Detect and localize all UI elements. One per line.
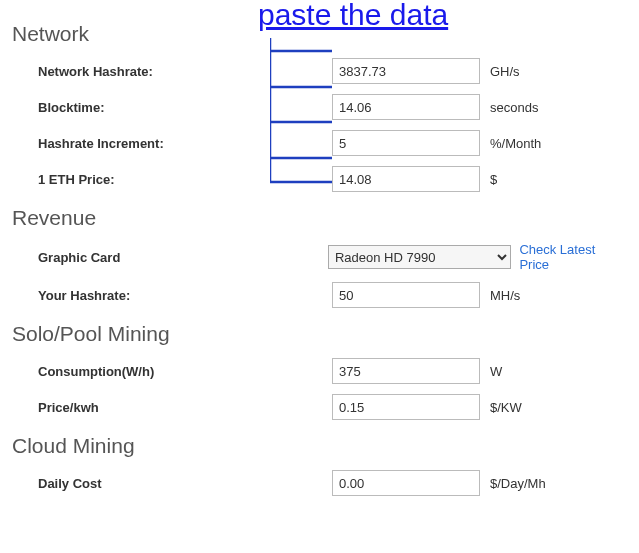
input-daily-cost[interactable] <box>332 470 480 496</box>
unit-eth-price: $ <box>490 172 497 187</box>
unit-network-hashrate: GH/s <box>490 64 520 79</box>
row-hashrate-increment: Hashrate Increment: %/Month <box>12 130 627 156</box>
input-consumption[interactable] <box>332 358 480 384</box>
label-hashrate-increment: Hashrate Increment: <box>12 136 332 151</box>
unit-daily-cost: $/Day/Mh <box>490 476 546 491</box>
select-graphic-card[interactable]: Radeon HD 7990 <box>328 245 512 269</box>
input-blocktime[interactable] <box>332 94 480 120</box>
label-network-hashrate: Network Hashrate: <box>12 64 332 79</box>
row-consumption: Consumption(W/h) W <box>12 358 627 384</box>
input-eth-price[interactable] <box>332 166 480 192</box>
label-graphic-card: Graphic Card <box>12 250 328 265</box>
input-hashrate-increment[interactable] <box>332 130 480 156</box>
annotation-paste-data: paste the data <box>258 0 448 32</box>
section-title-solo-pool: Solo/Pool Mining <box>12 322 627 346</box>
section-title-cloud: Cloud Mining <box>12 434 627 458</box>
row-graphic-card: Graphic Card Radeon HD 7990 Check Latest… <box>12 242 627 272</box>
row-eth-price: 1 ETH Price: $ <box>12 166 627 192</box>
label-your-hashrate: Your Hashrate: <box>12 288 332 303</box>
label-consumption: Consumption(W/h) <box>12 364 332 379</box>
label-daily-cost: Daily Cost <box>12 476 332 491</box>
row-daily-cost: Daily Cost $/Day/Mh <box>12 470 627 496</box>
unit-hashrate-increment: %/Month <box>490 136 541 151</box>
unit-blocktime: seconds <box>490 100 538 115</box>
label-price-kwh: Price/kwh <box>12 400 332 415</box>
link-check-latest-price[interactable]: Check Latest Price <box>519 242 627 272</box>
row-network-hashrate: Network Hashrate: GH/s <box>12 58 627 84</box>
input-your-hashrate[interactable] <box>332 282 480 308</box>
row-your-hashrate: Your Hashrate: MH/s <box>12 282 627 308</box>
section-title-revenue: Revenue <box>12 206 627 230</box>
row-blocktime: Blocktime: seconds <box>12 94 627 120</box>
label-eth-price: 1 ETH Price: <box>12 172 332 187</box>
unit-price-kwh: $/KW <box>490 400 522 415</box>
row-price-kwh: Price/kwh $/KW <box>12 394 627 420</box>
input-network-hashrate[interactable] <box>332 58 480 84</box>
label-blocktime: Blocktime: <box>12 100 332 115</box>
unit-your-hashrate: MH/s <box>490 288 520 303</box>
input-price-kwh[interactable] <box>332 394 480 420</box>
unit-consumption: W <box>490 364 502 379</box>
